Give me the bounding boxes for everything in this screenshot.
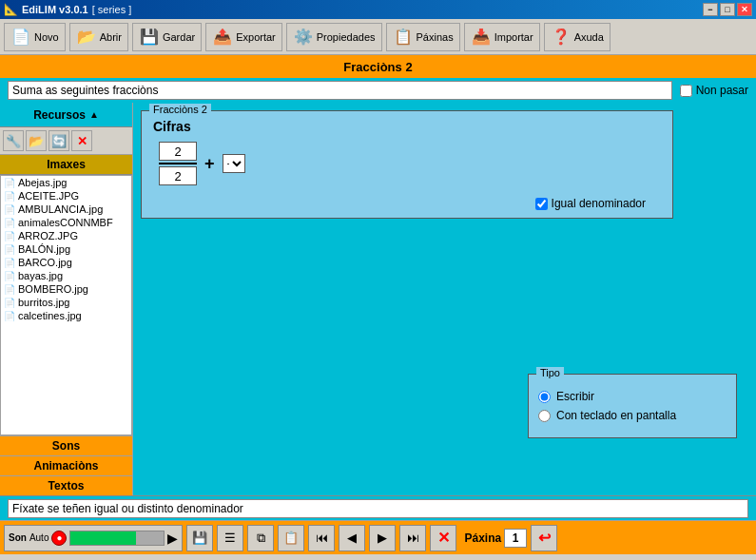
axuda-button[interactable]: ❓ Axuda — [544, 23, 611, 51]
tipo-escribir-label: Escribir — [556, 390, 594, 403]
last-page-button[interactable]: ⏭ — [399, 525, 426, 551]
novo-icon: 📄 — [10, 27, 31, 48]
page-number-input[interactable] — [504, 529, 527, 548]
file-list[interactable]: 📄 Abejas.jpg 📄 ACEITE.JPG 📄 AMBULANCIA.j… — [0, 175, 132, 435]
copy-button[interactable]: ⧉ — [247, 525, 274, 551]
sidebar-item-sons[interactable]: Sons — [0, 435, 132, 455]
fraction-row: + + − × ÷ — [159, 142, 665, 185]
tipo-box: Tipo Escribir Con teclado en pantalla — [528, 374, 737, 438]
list-item[interactable]: 📄 BALÓN.jpg — [1, 242, 131, 256]
context-label: [ series ] — [92, 4, 132, 15]
maximize-button[interactable]: □ — [720, 3, 735, 16]
tipo-escribir-radio[interactable] — [538, 391, 551, 403]
gardar-icon: 💾 — [139, 27, 160, 48]
plus-operator-label: + — [204, 154, 215, 174]
delete-page-button[interactable]: ✕ — [430, 525, 456, 551]
paste-button[interactable]: 📋 — [278, 525, 304, 551]
fraction-inputs — [159, 142, 197, 185]
abrir-button[interactable]: 📂 Abrir — [69, 23, 128, 51]
operator-dropdown[interactable]: + − × ÷ — [223, 154, 245, 173]
list-item[interactable]: 📄 BOMBERO.jpg — [1, 282, 131, 296]
igual-denominador-label: Igual denominador — [552, 197, 646, 210]
file-icon: 📄 — [4, 258, 15, 268]
paxinas-button[interactable]: 📋 Páxinas — [386, 23, 460, 51]
recursos-header: Recursos ▲ — [0, 103, 132, 127]
son-area: Son Auto ● ▶ — [4, 525, 183, 551]
file-icon: 📄 — [4, 231, 15, 241]
prev-page-button[interactable]: ◀ — [339, 525, 365, 551]
page-indicator: Páxina — [464, 529, 527, 548]
wrench-tool-button[interactable]: 🔧 — [3, 130, 24, 151]
add-tool-button[interactable]: 📂 — [26, 130, 47, 151]
close-tool-button[interactable]: ✕ — [71, 130, 92, 151]
fraccions-legend: Fracciòns 2 — [149, 104, 211, 115]
list-item[interactable]: 📄 ACEITE.JPG — [1, 189, 131, 203]
list-item[interactable]: 📄 ARROZ.JPG — [1, 229, 131, 242]
propiedades-button[interactable]: ⚙️ Propiedades — [286, 23, 382, 51]
file-icon: 📄 — [4, 204, 15, 215]
file-icon: 📄 — [4, 191, 15, 202]
refresh-tool-button[interactable]: 🔄 — [48, 130, 69, 151]
titlebar-left: 📐 EdiLIM v3.0.1 [ series ] — [4, 3, 131, 16]
file-icon: 📄 — [4, 271, 15, 281]
status-bar — [0, 495, 756, 520]
app-name: EdiLIM v3.0.1 — [22, 4, 88, 15]
list-item[interactable]: 📄 calcetines.jpg — [1, 309, 131, 322]
tipo-legend: Tipo — [536, 367, 564, 378]
file-icon: 📄 — [4, 298, 15, 308]
list-view-button[interactable]: ☰ — [217, 525, 243, 551]
next-page-button[interactable]: ▶ — [369, 525, 396, 551]
bottom-bar: Son Auto ● ▶ 💾 ☰ ⧉ 📋 ⏮ ◀ ▶ ⏭ ✕ Páxina ↩ — [0, 520, 756, 554]
sidebar-section-imaxes[interactable]: Imaxes — [0, 155, 132, 175]
page-label: Páxina — [464, 531, 501, 545]
stop-button[interactable]: ● — [51, 531, 67, 546]
content-area: Fracciòns 2 Cifras + + − × ÷ Igual deno — [133, 103, 756, 495]
tipo-teclado-option: Con teclado en pantalla — [538, 409, 727, 422]
list-item[interactable]: 📄 BARCO.jpg — [1, 256, 131, 269]
file-icon: 📄 — [4, 284, 15, 295]
propiedades-icon: ⚙️ — [293, 27, 314, 48]
list-item[interactable]: 📄 Abejas.jpg — [1, 176, 131, 189]
tipo-teclado-label: Con teclado en pantalla — [556, 409, 676, 422]
minimize-button[interactable]: − — [703, 3, 718, 16]
axuda-icon: ❓ — [551, 27, 572, 48]
tipo-teclado-radio[interactable] — [538, 410, 551, 422]
file-icon: 📄 — [4, 178, 15, 188]
play-indicator-icon: ▶ — [167, 531, 178, 546]
list-item[interactable]: 📄 burritos.jpg — [1, 296, 131, 309]
fraction-denominator-input[interactable] — [159, 166, 197, 185]
progress-bar-fill — [70, 531, 136, 545]
question-input[interactable] — [8, 81, 672, 100]
sidebar-item-animacions[interactable]: Animaciòns — [0, 455, 132, 475]
tipo-escribir-option: Escribir — [538, 390, 727, 403]
novo-button[interactable]: 📄 Novo — [4, 23, 66, 51]
file-icon: 📄 — [4, 311, 15, 321]
exportar-button[interactable]: 📤 Exportar — [205, 23, 282, 51]
progress-bar — [69, 531, 165, 546]
igual-denominador-checkbox[interactable] — [535, 198, 548, 210]
toolbar: 📄 Novo 📂 Abrir 💾 Gardar 📤 Exportar ⚙️ Pr… — [0, 19, 756, 55]
paxinas-icon: 📋 — [393, 27, 414, 48]
fraction-numerator-input[interactable] — [159, 142, 197, 161]
recursos-label: Recursos — [33, 108, 86, 122]
sidebar-item-textos[interactable]: Textos — [0, 475, 132, 495]
go-page-button[interactable]: ↩ — [531, 525, 557, 551]
status-input[interactable] — [8, 499, 748, 518]
list-item[interactable]: 📄 animalesCONNMBF — [1, 216, 131, 229]
page-title: Fracciòns 2 — [343, 60, 412, 74]
list-item[interactable]: 📄 bayas.jpg — [1, 269, 131, 282]
non-pasar-checkbox[interactable] — [680, 85, 692, 97]
close-button[interactable]: ✕ — [737, 3, 752, 16]
igual-denominador-area: Igual denominador — [149, 197, 646, 210]
save-page-button[interactable]: 💾 — [186, 525, 213, 551]
importar-button[interactable]: 📥 Importar — [464, 23, 540, 51]
importar-icon: 📥 — [471, 27, 492, 48]
list-item[interactable]: 📄 AMBULANCIA.jpg — [1, 203, 131, 216]
exportar-icon: 📤 — [212, 27, 233, 48]
abrir-icon: 📂 — [76, 27, 97, 48]
gardar-button[interactable]: 💾 Gardar — [132, 23, 202, 51]
fraction-divider — [159, 163, 197, 164]
first-page-button[interactable]: ⏮ — [308, 525, 335, 551]
sidebar-tools: 🔧 📂 🔄 ✕ — [0, 127, 132, 155]
non-pasar-area: Non pasar — [680, 84, 748, 97]
